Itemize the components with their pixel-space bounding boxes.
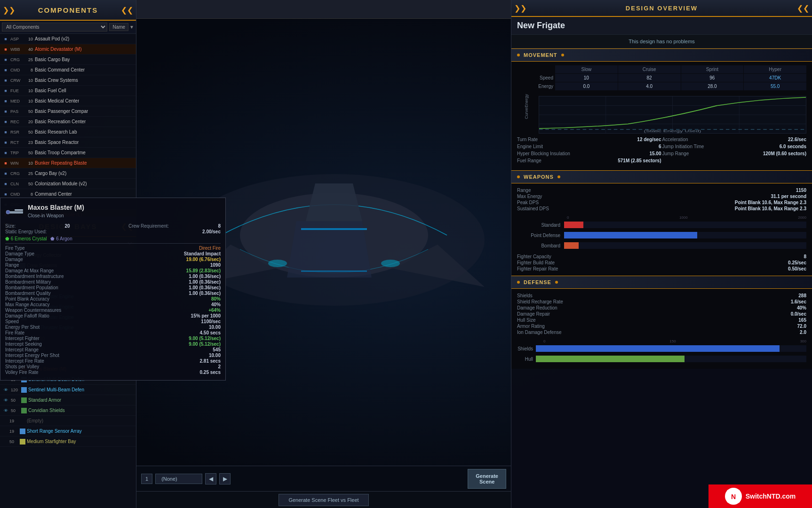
component-item[interactable]: ■FUE10Basic Fuel Cell (0, 86, 136, 96)
dmg-repair-label: Damage Repair (517, 311, 550, 317)
point-defense-label: Point Defense (517, 233, 564, 238)
tooltip-weapon-name: Maxos Blaster (M) (28, 204, 84, 211)
component-tag: PAS (10, 109, 24, 114)
component-item[interactable]: ■CRG25Cargo Bay (v2) (0, 168, 136, 179)
component-item[interactable]: ■CMD8Basic Command Center (0, 65, 136, 75)
component-filter-dropdown[interactable]: All Components (2, 23, 107, 32)
bay-item[interactable]: 19(Empty) (0, 416, 136, 426)
fighter-cap-row: Fighter Capacity 8 (517, 254, 806, 260)
hull-size-row: Hull Size 165 (517, 317, 806, 323)
point-defense-bar-row: Point Defense (517, 231, 806, 239)
tooltip-sv-value: 2 (218, 364, 221, 369)
component-item[interactable]: ■RCT23Basic Space Reactor (0, 137, 136, 148)
component-num: 50 (24, 182, 33, 186)
component-item[interactable]: ■MED10Basic Medical Center (0, 96, 136, 106)
dmg-reduction-label: Damage Reduction (517, 305, 557, 310)
shields-bar-label: Shields (517, 346, 536, 351)
hyper-header: Hyper (744, 65, 806, 73)
tooltip-shots-volley-row: Shots per Volley 2 (5, 364, 221, 369)
bay-item[interactable]: 👁50Corvidian Shields (0, 405, 136, 416)
arr-left-btn[interactable]: ◀ (205, 473, 216, 484)
eye-icon: 👁 (2, 386, 9, 394)
component-item[interactable]: ■PAS50Basic Passenger Compar (0, 106, 136, 117)
component-item[interactable]: ■WBB40Atomic Devastator (M) (0, 44, 136, 55)
weapon-bar-scale: 0 1000 2000 (567, 215, 806, 220)
tooltip-speed-label: Speed (5, 319, 19, 324)
speed-grid: Slow Cruise Sprint Hyper Speed 10 82 96 … (517, 65, 806, 90)
generate-scene-btn[interactable]: GenerateScene (468, 469, 506, 489)
tooltip-bomb-infra-label: Bombardment Infrastructure (5, 274, 64, 279)
component-num: 10 (24, 161, 33, 166)
turn-rate-label: Turn Rate (517, 137, 538, 142)
fighter-build-row: Fighter Build Rate 0.25/sec (517, 260, 806, 266)
standard-bar-fill (564, 222, 583, 228)
fuel-range-label: Fuel Range (517, 158, 541, 163)
components-header: ❯❯ COMPONENTS ❮❮ (0, 0, 136, 21)
svg-rect-6 (301, 270, 367, 272)
component-name: Basic Passenger Compar (35, 109, 88, 114)
svg-point-4 (381, 260, 400, 267)
svg-text:(Static Energy Used): (Static Energy Used) (644, 129, 701, 133)
svg-point-3 (268, 260, 287, 267)
bay-item[interactable]: 19Short Range Sensor Array (0, 426, 136, 437)
tooltip-bomb-qual-value: 1.00 (0.36/sec) (189, 291, 221, 296)
none-select[interactable]: (None) (155, 474, 202, 484)
bay-color-box (20, 429, 25, 434)
component-item[interactable]: ■RSR50Basic Research Lab (0, 127, 136, 137)
component-item[interactable]: ■WIN10Bunker Repeating Blaste (0, 158, 136, 168)
shields-value: 288 (798, 293, 806, 298)
component-sort-btn[interactable]: Name (109, 23, 128, 31)
tooltip-bomb-mil-value: 1.00 (0.36/sec) (189, 279, 221, 285)
arr-right-btn[interactable]: ▶ (219, 473, 231, 484)
bay-item[interactable]: 50Medium Starfighter Bay (0, 437, 136, 447)
weapon-tooltip: Maxos Blaster (M) Close-in Weapon Size: … (0, 198, 226, 381)
bay-item[interactable]: 👁50Standard Armor (0, 395, 136, 405)
components-arrows-left: ❯❯ (3, 6, 15, 15)
component-name: Bunker Repeating Blaste (35, 160, 87, 166)
tooltip-sep-1 (5, 243, 221, 244)
tooltip-bomb-infra-value: 1.00 (0.36/sec) (189, 274, 221, 279)
component-name: Basic Space Reactor (35, 140, 79, 145)
component-item[interactable]: ■CRG25Basic Cargo Bay (0, 55, 136, 65)
bay-item[interactable]: 👁120Sentinel Multi-Beam Defen (0, 385, 136, 395)
tooltip-weapon-type: Close-in Weapon (28, 213, 84, 218)
gas-icon: ⬟ 6 Argon (50, 236, 72, 241)
fleet-bar: Generate Scene Fleet vs Fleet (136, 491, 511, 508)
component-item[interactable]: ■ASP10Assault Pod (v2) (0, 34, 136, 44)
page-number: 1 (145, 476, 148, 482)
gen-fleet-btn[interactable]: Generate Scene Fleet vs Fleet (279, 494, 368, 506)
dmg-repair-value: 0.0/sec (791, 311, 806, 317)
component-icon: ■ (2, 87, 9, 95)
fighter-cap-label: Fighter Capacity (517, 254, 551, 259)
peak-dps-value: Point Blank 10.6, Max Range 2.3 (735, 200, 806, 205)
ship-name: New Frigate (517, 21, 806, 31)
tooltip-range-label: Range (5, 262, 19, 268)
tooltip-pb-acc-label: Point Blank Accuracy (5, 296, 49, 302)
component-filter-row: All Components Name ▼ (0, 21, 136, 34)
tooltip-range-value: 1090 (210, 262, 221, 268)
component-num: 25 (24, 57, 33, 62)
point-defense-track (564, 232, 806, 238)
energy-label: Energy (524, 94, 529, 108)
component-item[interactable]: ■CLN50Colonization Module (v2) (0, 179, 136, 189)
component-item[interactable]: ■REC20Basic Recreation Center (0, 117, 136, 127)
hull-bar-fill (536, 356, 685, 362)
tooltip-crew-label: Crew Requirement: (128, 223, 169, 229)
sprint-header: Sprint (681, 65, 744, 73)
bay-color-box (21, 397, 27, 403)
bombard-bar-row: Bombard (517, 241, 806, 250)
hull-bar-row: Hull (517, 355, 806, 363)
bay-color-box (21, 408, 27, 413)
dmg-repair-row: Damage Repair 0.0/sec (517, 311, 806, 317)
component-item[interactable]: ■CRW10Basic Crew Systems (0, 75, 136, 86)
component-tag: CRG (10, 171, 24, 176)
tooltip-wcm-label: Weapon Countermeasures (5, 308, 61, 313)
component-item[interactable]: ■TRP50Basic Troop Compartme (0, 148, 136, 158)
component-icon: ■ (2, 46, 9, 53)
overview-arrows-left: ❯❯ (514, 4, 526, 13)
component-name: Assault Pod (v2) (35, 36, 69, 41)
tooltip-speed-value: 1100/sec (201, 319, 221, 324)
overview-title: DESIGN OVERVIEW (626, 5, 698, 12)
peak-dps-label: Peak DPS (517, 200, 539, 205)
fighter-build-value: 0.25/sec (788, 260, 806, 265)
